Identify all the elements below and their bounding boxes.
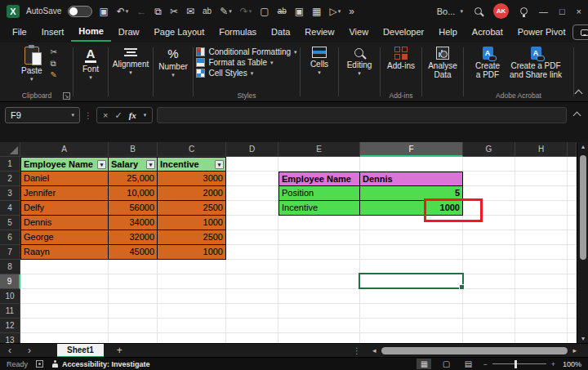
cell-I2[interactable] (568, 172, 577, 186)
mail-icon[interactable]: ✉ (186, 6, 194, 17)
search-icon[interactable] (474, 7, 482, 15)
cell-E12[interactable] (278, 319, 360, 333)
cell-H1[interactable] (515, 157, 568, 172)
cell-F7[interactable] (360, 245, 463, 260)
cell-E11[interactable] (278, 304, 360, 319)
filter-dropdown-icon[interactable]: ▾ (97, 160, 106, 169)
row-header-11[interactable]: 11 (0, 304, 20, 319)
cell-F1[interactable] (360, 157, 463, 172)
accessibility-status[interactable]: Accessibility: Investigate (51, 360, 150, 368)
column-header-E[interactable]: E (278, 142, 360, 157)
cell-I10[interactable] (568, 289, 577, 304)
cell-F6[interactable] (360, 230, 463, 245)
cell-G6[interactable] (463, 230, 515, 245)
next-sheet-icon[interactable]: › (20, 345, 39, 356)
qat-overflow-icon[interactable]: » (349, 6, 354, 17)
zoom-level[interactable]: 100% (563, 360, 581, 368)
cell-I5[interactable] (568, 216, 577, 230)
cell-D3[interactable] (226, 186, 278, 201)
cell-A11[interactable] (20, 304, 109, 319)
cell-E9[interactable] (278, 274, 360, 289)
scroll-up-icon[interactable]: ▴ (577, 143, 588, 150)
cell-A6[interactable]: George (20, 230, 109, 245)
column-header-A[interactable]: A (20, 142, 109, 157)
cell-D2[interactable] (226, 172, 278, 186)
menu-tab-power-pivot[interactable]: Power Pivot (510, 24, 573, 41)
cell-G9[interactable] (463, 274, 515, 289)
menu-tab-developer[interactable]: Developer (376, 24, 431, 41)
vertical-scrollbar-thumb[interactable] (580, 155, 586, 260)
cell-A12[interactable] (20, 319, 109, 333)
cell-G12[interactable] (463, 319, 515, 333)
cell-A8[interactable] (20, 260, 109, 274)
paste-button[interactable]: Paste ▾ (16, 45, 47, 84)
page-layout-view-button[interactable]: ▢ (439, 359, 453, 369)
cell-E4[interactable]: Incentive (278, 201, 360, 216)
scroll-down-icon[interactable]: ▾ (577, 335, 588, 342)
analyse-data-button[interactable]: AnalyseData (423, 45, 462, 81)
menu-tab-draw[interactable]: Draw (111, 24, 147, 41)
strikethrough-icon[interactable]: ab (278, 6, 287, 17)
row-header-9[interactable]: 9 (0, 274, 20, 289)
menu-tab-view[interactable]: View (341, 24, 376, 41)
cell-E2[interactable]: Employee Name (278, 172, 360, 186)
comments-button[interactable]: Comments (572, 25, 588, 40)
cell-G7[interactable] (463, 245, 515, 260)
cell-B13[interactable] (109, 333, 158, 343)
cell-B3[interactable]: 10,000 (109, 186, 158, 201)
horizontal-scrollbar[interactable]: ◂ ▸ (369, 346, 580, 354)
cell-D12[interactable] (226, 319, 278, 333)
table-inspect-icon[interactable]: ▦ (312, 6, 321, 17)
cell-C9[interactable] (158, 274, 226, 289)
row-header-5[interactable]: 5 (0, 216, 20, 230)
record-macro-icon[interactable] (36, 360, 43, 368)
cell-E3[interactable]: Position (278, 186, 360, 201)
cell-I6[interactable] (568, 230, 577, 245)
cell-C5[interactable]: 1000 (158, 216, 226, 230)
cell-A5[interactable]: Dennis (20, 216, 109, 230)
row-header-1[interactable]: 1 (0, 157, 20, 172)
cell-I7[interactable] (568, 245, 577, 260)
cell-I12[interactable] (568, 319, 577, 333)
excel-logo-icon[interactable]: X (7, 5, 20, 18)
cell-G10[interactable] (463, 289, 515, 304)
row-header-10[interactable]: 10 (0, 289, 20, 304)
create-pdf-button[interactable]: A Createa PDF (470, 45, 505, 81)
cell-D1[interactable] (226, 157, 278, 172)
page-break-view-button[interactable]: ▤ (461, 359, 475, 369)
cell-I13[interactable] (568, 333, 577, 343)
addins-button[interactable]: Add-ins (382, 45, 420, 72)
column-header-H[interactable]: H (515, 142, 568, 157)
format-painter-button[interactable]: ✎ (51, 70, 57, 79)
menu-tab-acrobat[interactable]: Acrobat (465, 24, 510, 41)
cell-C4[interactable]: 2500 (158, 201, 226, 216)
fx-chevron-icon[interactable]: ▾ (144, 112, 147, 118)
row-header-6[interactable]: 6 (0, 230, 20, 245)
lightbulb-icon[interactable] (520, 7, 528, 15)
collapse-ribbon-icon[interactable] (575, 90, 583, 98)
cancel-icon[interactable]: × (103, 110, 108, 120)
pen-icon[interactable]: ✎▾ (220, 6, 232, 17)
column-header-D[interactable]: D (226, 142, 278, 157)
new-document-icon[interactable]: ▢ (260, 6, 269, 17)
column-header-B[interactable]: B (109, 142, 158, 157)
cell-D7[interactable] (226, 245, 278, 260)
cell-D11[interactable] (226, 304, 278, 319)
cell-E1[interactable] (278, 157, 360, 172)
camera-icon[interactable]: ▣ (295, 6, 304, 17)
cell-C2[interactable]: 3000 (158, 172, 226, 186)
font-button[interactable]: A Font ▾ (78, 45, 104, 82)
alignment-button[interactable]: Alignment ▾ (108, 45, 154, 78)
zoom-out-icon[interactable]: − (483, 360, 487, 368)
column-header-G[interactable]: G (463, 142, 515, 157)
cell-B9[interactable] (109, 274, 158, 289)
cell-C11[interactable] (158, 304, 226, 319)
cell-A13[interactable] (20, 333, 109, 343)
cell-E6[interactable] (278, 230, 360, 245)
cell-H8[interactable] (515, 260, 568, 274)
cell-D13[interactable] (226, 333, 278, 343)
cell-H2[interactable] (515, 172, 568, 186)
menu-tab-formulas[interactable]: Formulas (212, 24, 264, 41)
cell-E8[interactable] (278, 260, 360, 274)
cell-I4[interactable] (568, 201, 577, 216)
